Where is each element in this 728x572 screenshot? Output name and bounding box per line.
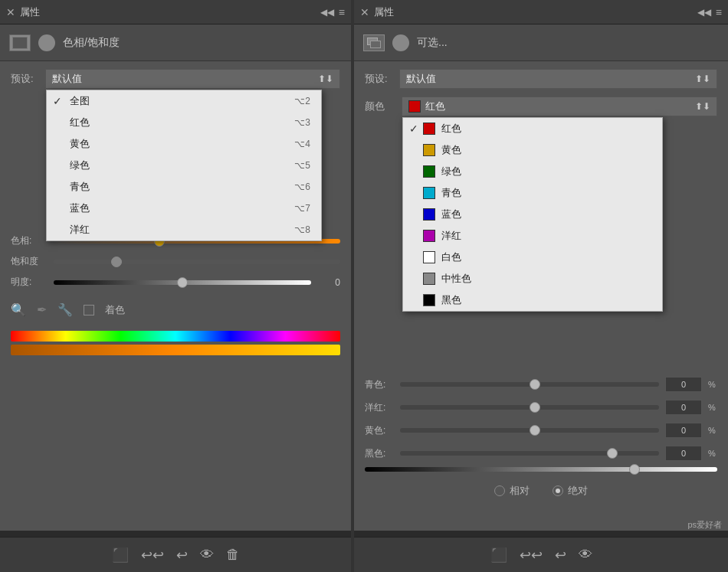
color-dropdown-cyan[interactable]: 青色 xyxy=(403,182,662,204)
footer-eye-icon[interactable]: 👁 xyxy=(200,547,214,563)
cyan-channel-row: 青色: 0 % xyxy=(365,377,717,392)
right-footer-undo-icon[interactable]: ↩ xyxy=(555,547,566,564)
footer-undo-icon[interactable]: ↩ xyxy=(176,547,188,564)
shortcut-blue: ⌥7 xyxy=(294,203,310,214)
left-header-icons: ◀◀ ≡ xyxy=(320,6,345,18)
yellow-track[interactable] xyxy=(400,428,659,433)
colorize-checkbox[interactable] xyxy=(84,305,94,315)
black-gradient-thumb[interactable] xyxy=(629,464,640,475)
left-panel-title: 属性 xyxy=(20,5,40,19)
gradient-bars xyxy=(11,331,340,355)
absolute-radio[interactable] xyxy=(553,485,563,496)
lightness-thumb[interactable] xyxy=(177,277,188,288)
left-sub-header: 色相/饱和度 xyxy=(0,25,351,61)
right-close-icon[interactable]: ✕ xyxy=(360,6,369,18)
right-panel: ✕ 属性 ◀◀ ≡ 可选... 预设: 默认值 ⬆⬇ 颜色 xyxy=(353,0,728,572)
right-preset-label: 预设: xyxy=(365,72,392,86)
dropdown-yellow-text: 黄色 xyxy=(70,137,294,151)
right-panel-title: 属性 xyxy=(374,5,394,19)
right-scrollbar[interactable] xyxy=(354,531,728,537)
color-dropdown-magenta[interactable]: 洋红 xyxy=(403,225,662,247)
left-preset-row: 预设: 默认值 ⬆⬇ ✓ 全图 ⌥2 红色 ⌥3 xyxy=(11,69,340,89)
color-dropdown-neutral[interactable]: 中性色 xyxy=(403,268,662,289)
black-thumb[interactable] xyxy=(607,448,618,459)
right-footer-mask-icon[interactable]: ⬛ xyxy=(490,547,507,564)
lightness-track[interactable] xyxy=(54,280,311,285)
footer-refresh-icon[interactable]: ↩↩ xyxy=(141,547,164,564)
dropdown-item-magenta[interactable]: 洋红 ⌥8 xyxy=(47,219,321,240)
panel-menu-icon[interactable]: ≡ xyxy=(339,6,345,18)
color-dropdown-black[interactable]: 黑色 xyxy=(403,289,662,311)
footer-mask-icon[interactable]: ⬛ xyxy=(112,547,129,564)
right-dropdown[interactable]: ✓ 红色 黄色 xyxy=(402,117,663,312)
right-preset-select[interactable]: 默认值 ⬆⬇ xyxy=(399,69,717,89)
relative-radio[interactable] xyxy=(494,485,505,496)
left-dropdown[interactable]: ✓ 全图 ⌥2 红色 ⌥3 黄色 ⌥4 xyxy=(46,90,322,241)
right-footer-refresh-icon[interactable]: ↩↩ xyxy=(520,547,543,564)
black-track[interactable] xyxy=(400,451,659,456)
right-sub-title: 可选... xyxy=(417,36,448,50)
color-text-blue: 蓝色 xyxy=(441,208,461,221)
black-value[interactable]: 0 xyxy=(665,446,702,461)
close-icon[interactable]: ✕ xyxy=(6,6,15,18)
black-gradient-track[interactable] xyxy=(365,467,717,472)
color-item-neutral: 中性色 xyxy=(423,272,651,286)
color-text-cyan: 青色 xyxy=(441,186,461,200)
eyedropper-icon[interactable]: 🔍 xyxy=(11,302,26,317)
color-dropdown-blue[interactable]: 蓝色 xyxy=(403,204,662,225)
color-dropdown-green[interactable]: 绿色 xyxy=(403,161,662,182)
dropdown-item-cyan[interactable]: 青色 ⌥6 xyxy=(47,176,321,198)
cyan-track[interactable] xyxy=(400,382,659,387)
right-color-row: 颜色 红色 ⬆⬇ ✓ 红色 xyxy=(365,96,717,116)
magenta-value[interactable]: 0 xyxy=(665,400,702,415)
yellow-thumb[interactable] xyxy=(530,425,540,436)
sat-track[interactable] xyxy=(54,260,340,264)
cyan-value[interactable]: 0 xyxy=(665,377,702,392)
left-preset-select[interactable]: 默认值 ⬆⬇ ✓ 全图 ⌥2 红色 ⌥3 xyxy=(45,69,340,89)
right-menu-icon[interactable]: ≡ xyxy=(716,6,722,18)
right-select-arrow: ⬆⬇ xyxy=(695,74,710,84)
dropdown-item-yellow[interactable]: 黄色 ⌥4 xyxy=(47,133,321,155)
left-panel: ✕ 属性 ◀◀ ≡ 色相/饱和度 预设: 默认值 ⬆⬇ ✓ 全图 xyxy=(0,0,353,572)
color-dropdown-white[interactable]: 白色 xyxy=(403,247,662,268)
dropdown-item-quantu[interactable]: ✓ 全图 ⌥2 xyxy=(47,90,321,112)
right-footer-eye-icon[interactable]: 👁 xyxy=(579,547,592,563)
color-dropdown-yellow[interactable]: 黄色 xyxy=(403,139,662,161)
right-layer-box2 xyxy=(370,41,381,48)
sat-thumb[interactable] xyxy=(111,257,122,267)
absolute-option[interactable]: 绝对 xyxy=(553,484,588,498)
left-preset-label: 预设: xyxy=(11,72,38,86)
color-item-yellow: 黄色 xyxy=(423,143,651,157)
magenta-track[interactable] xyxy=(400,405,659,410)
colorize-label: 着色 xyxy=(105,303,125,317)
layer-thumbnail-icon xyxy=(9,34,31,51)
dropdown-item-red[interactable]: 红色 ⌥3 xyxy=(47,112,321,133)
color-swatch-red xyxy=(423,123,435,135)
dropdown-cyan-text: 青色 xyxy=(70,180,294,194)
color-text-white: 白色 xyxy=(441,250,461,264)
left-scrollbar[interactable] xyxy=(0,531,351,537)
eyedropper-add-icon[interactable]: ✒ xyxy=(37,302,47,317)
magenta-thumb[interactable] xyxy=(530,402,540,413)
dropdown-item-green[interactable]: 绿色 ⌥5 xyxy=(47,155,321,176)
left-header-left: ✕ 属性 xyxy=(6,5,40,19)
color-swatch-green xyxy=(423,165,435,178)
lightness-value: 0 xyxy=(317,277,340,288)
eyedropper-sub-icon[interactable]: 🔧 xyxy=(57,302,73,317)
cyan-thumb[interactable] xyxy=(530,379,540,390)
watermark: ps爱好者 xyxy=(687,519,722,531)
lightness-label: 明度: xyxy=(11,276,48,289)
color-item-blue: 蓝色 xyxy=(423,208,651,221)
select-arrow-icon: ⬆⬇ xyxy=(318,74,333,84)
yellow-value[interactable]: 0 xyxy=(665,423,702,438)
color-dropdown-red[interactable]: ✓ 红色 xyxy=(403,118,662,139)
color-swatch-magenta xyxy=(423,230,435,242)
right-color-select[interactable]: 红色 ⬆⬇ ✓ 红色 xyxy=(402,96,717,116)
double-left-arrow[interactable]: ◀◀ xyxy=(320,7,334,18)
right-double-arrow[interactable]: ◀◀ xyxy=(697,7,711,18)
relative-option[interactable]: 相对 xyxy=(494,484,530,498)
right-arrow-icon: ⬆⬇ xyxy=(695,101,710,112)
dropdown-item-blue[interactable]: 蓝色 ⌥7 xyxy=(47,198,321,219)
yellow-channel-label: 黄色: xyxy=(365,424,394,437)
footer-trash-icon[interactable]: 🗑 xyxy=(226,547,240,563)
